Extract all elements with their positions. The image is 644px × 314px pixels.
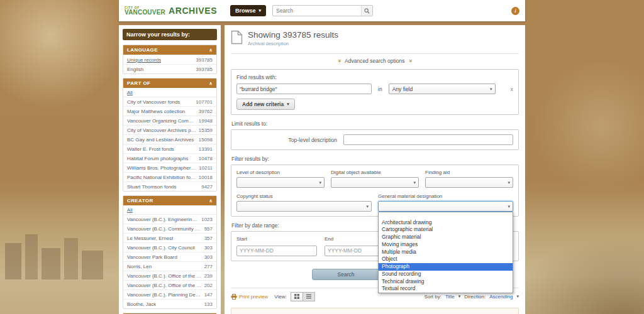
facet-item[interactable]: Pacific National Exhibition fonds 10018 [123,172,216,181]
print-preview-link[interactable]: Print preview [231,294,268,300]
gmd-option[interactable]: Object [379,256,513,263]
content-area: Narrow your results by: LANGUAGE ∧ Uniqu… [119,25,525,314]
facet-item-count: 393785 [196,67,213,72]
info-icon[interactable]: i [511,7,519,15]
facet-item[interactable]: Vancouver (B.C.). Planning Depart... 147 [123,290,216,299]
facet-item[interactable]: Habitat Forum photographs 10478 [123,153,216,163]
logo-vancouver-text: VANCOUVER [125,9,165,16]
facet-item-label: Boothe, Jack [127,301,156,307]
chevron-down-icon: ▾ [508,180,510,185]
facet-item[interactable]: Vancouver (B.C.). City Council 303 [123,242,216,252]
facet-item[interactable]: Stuart Thomson fonds 9427 [123,181,216,191]
facet-item[interactable]: Vancouver Organizing Committee 19948 [123,116,216,125]
card-view-button[interactable] [291,292,303,301]
facet-item-label: Le Messurier, Ernest [127,236,173,241]
facet-item[interactable]: Walter E. Frost fonds 13391 [123,144,216,153]
limit-results-label: Limit results to: [231,121,519,127]
facet-item[interactable]: Vancouver (B.C.). Office of the City... … [123,280,216,290]
collapse-chevron-icon: ∧ [209,198,213,203]
page-title: Showing 393785 results [248,30,338,40]
gmd-option[interactable]: Graphic material [379,234,513,241]
start-date-input[interactable] [236,246,317,256]
facet-item[interactable]: Boothe, Jack 133 [123,299,216,308]
facet-header-creator[interactable]: CREATOR ∧ [123,196,216,205]
facet-item[interactable]: Norris, Len 277 [123,261,216,271]
facet-item-count: 15359 [199,127,213,133]
gmd-option[interactable]: Sound recording [379,271,513,278]
sort-value-link[interactable]: Title [445,294,455,300]
level-of-description-select[interactable]: ▾ [236,177,325,188]
filter-copyright-status: Copyright status ▾ [236,193,372,212]
facet-all-link[interactable]: All [127,90,133,95]
query-input[interactable] [236,84,372,94]
gmd-select[interactable]: ▾ [378,201,513,212]
results-header: Showing 393785 results Archival descript… [231,30,519,47]
facet-item-label: BC Gay and Lesbian Archives [127,137,194,143]
print-preview-label: Print preview [239,294,268,300]
facet-item[interactable]: Vancouver Park Board 303 [123,252,216,261]
facet-section-creator: CREATOR ∧ All Vancouver (B.C.). Engineer… [123,195,217,309]
digital-object-label: Digital object available [331,170,419,175]
gmd-label: General material designation [378,193,513,199]
facet-item[interactable]: Le Messurier, Ernest 357 [123,233,216,242]
chevron-down-icon: » [407,59,413,62]
digital-object-select[interactable]: ▾ [331,177,419,188]
site-logo[interactable]: CITY OF VANCOUVER ARCHIVES [125,6,224,16]
facet-item[interactable]: Vancouver (B.C.). Engineering Servi... 1… [123,214,216,224]
gmd-dropdown-list: Architectural drawingCartographic materi… [378,212,513,293]
facet-item-count: 9427 [201,184,213,190]
global-search-input[interactable] [273,6,361,16]
facet-all-link[interactable]: All [127,207,133,213]
filter-finding-aid: Finding aid ▾ [425,170,513,188]
in-label: in [378,86,382,92]
gmd-option[interactable]: Textual record [379,285,513,293]
search-button[interactable]: Search [312,269,380,280]
facet-item[interactable]: Major Matthews collection 39762 [123,106,216,116]
facet-item[interactable]: Vancouver (B.C.). Community Servi... 557 [123,224,216,233]
advanced-search-toggle[interactable]: » Advanced search options » [231,53,519,66]
facet-header-language[interactable]: LANGUAGE ∧ [123,45,216,55]
facet-item[interactable]: City of Vancouver Archives pamphl 15359 [123,125,216,134]
gmd-option[interactable]: Cartographic material [379,226,513,234]
top-level-description-input[interactable] [343,134,513,145]
facet-item-count: 10478 [199,156,213,161]
logo-archives-text: ARCHIVES [169,6,217,16]
facet-item-label: Vancouver (B.C.). Community Servi... [127,226,202,232]
facet-header-part-of[interactable]: PART OF ∧ [123,78,216,88]
facet-item-count: 303 [204,245,213,251]
table-view-button[interactable] [303,292,315,301]
filter-level-of-description: Level of description ▾ [236,170,325,188]
copyright-status-select[interactable]: ▾ [236,201,372,212]
gmd-option[interactable]: Technical drawing [379,278,513,286]
finding-aid-select[interactable]: ▾ [425,177,513,188]
page-subtitle: Archival description [248,41,338,46]
facet-title: LANGUAGE [127,47,158,53]
facet-items-part-of: City of Vancouver fonds 107701 Major Mat… [123,97,216,191]
background-floral-right [518,63,644,188]
add-criteria-label: Add new criteria [242,101,284,107]
chevron-down-icon: ▾ [508,204,510,209]
results-title-block: Showing 393785 results Archival descript… [248,30,338,46]
direction-value-link[interactable]: Ascending [489,294,513,300]
gmd-option[interactable] [379,212,513,219]
main-content: Showing 393785 results Archival descript… [225,25,525,314]
gmd-option[interactable]: Moving images [379,241,513,249]
facet-item-label: Vancouver Park Board [127,254,177,260]
remove-criterion-button[interactable]: x [511,86,514,92]
facet-item[interactable]: Williams Bros. Photographers Colle 10211 [123,163,216,172]
add-new-criteria-button[interactable]: Add new criteria ▾ [236,99,295,110]
facet-item[interactable]: BC Gay and Lesbian Archives 15098 [123,134,216,144]
search-submit-button[interactable] [361,6,372,16]
facet-item[interactable]: Vancouver (B.C.). Office of the City... … [123,271,216,280]
browse-button[interactable]: Browse ▾ [230,5,266,16]
grid-icon [294,294,299,299]
facet-item[interactable]: English 393785 [123,64,216,73]
facet-item[interactable]: City of Vancouver fonds 107701 [123,97,216,106]
gmd-option[interactable]: Multiple media [379,249,513,256]
archival-description-icon [231,30,243,47]
facet-item[interactable]: Unique records 393785 [123,55,216,64]
gmd-option[interactable]: Architectural drawing [379,219,513,227]
facet-item-label: Vancouver (B.C.). Engineering Servi... [127,217,199,222]
field-select[interactable]: Any field ▾ [389,84,496,94]
gmd-option[interactable]: Photograph [379,263,513,271]
